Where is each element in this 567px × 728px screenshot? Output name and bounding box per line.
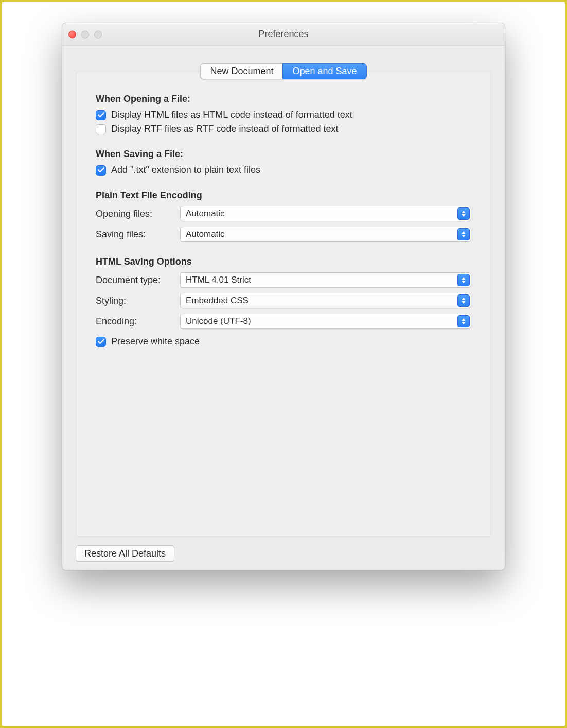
chevron-up-down-icon: [457, 228, 470, 240]
checkmark-icon: [98, 339, 104, 344]
select-styling[interactable]: Embedded CSS: [180, 293, 471, 308]
label-styling: Styling:: [96, 296, 173, 306]
select-html-encoding[interactable]: Unicode (UTF-8): [180, 314, 471, 329]
checkbox-preserve-whitespace[interactable]: [96, 337, 106, 347]
select-saving-encoding[interactable]: Automatic: [180, 227, 471, 242]
checkbox-label: Add ".txt" extension to plain text files: [111, 165, 260, 176]
chevron-up-down-icon: [457, 274, 470, 286]
section-plain-text-encoding: Plain Text File Encoding Opening files: …: [96, 190, 471, 242]
select-value: HTML 4.01 Strict: [186, 275, 251, 285]
checkbox-row-preserve-whitespace[interactable]: Preserve white space: [96, 336, 471, 347]
checkbox-row-add-txt-ext[interactable]: Add ".txt" extension to plain text files: [96, 165, 471, 176]
section-title: When Opening a File:: [96, 94, 471, 105]
section-when-saving: When Saving a File: Add ".txt" extension…: [96, 149, 471, 176]
label-saving-files: Saving files:: [96, 229, 173, 240]
checkbox-label: Display HTML files as HTML code instead …: [111, 110, 352, 120]
close-icon[interactable]: [68, 30, 76, 38]
tab-bar: New Document Open and Save: [76, 63, 491, 79]
window-controls: [68, 30, 102, 38]
footer: Restore All Defaults: [76, 537, 491, 562]
select-value: Automatic: [186, 229, 225, 239]
label-opening-files: Opening files:: [96, 209, 173, 219]
select-value: Automatic: [186, 209, 225, 219]
checkbox-html-as-code[interactable]: [96, 110, 106, 120]
chevron-up-down-icon: [457, 294, 470, 307]
label-encoding: Encoding:: [96, 316, 173, 327]
tab-open-and-save[interactable]: Open and Save: [282, 63, 366, 79]
section-html-saving-options: HTML Saving Options Document type: HTML …: [96, 256, 471, 347]
chevron-up-down-icon: [457, 315, 470, 327]
select-value: Unicode (UTF-8): [186, 316, 251, 326]
titlebar: Preferences: [62, 23, 505, 46]
select-document-type[interactable]: HTML 4.01 Strict: [180, 272, 471, 288]
preferences-window: Preferences New Document Open and Save W…: [62, 23, 505, 570]
checkmark-icon: [98, 112, 104, 118]
minimize-icon[interactable]: [81, 30, 89, 38]
section-title: When Saving a File:: [96, 149, 471, 160]
checkbox-label: Preserve white space: [111, 336, 200, 347]
section-title: Plain Text File Encoding: [96, 190, 471, 201]
checkbox-row-html-as-code[interactable]: Display HTML files as HTML code instead …: [96, 110, 471, 120]
zoom-icon[interactable]: [94, 30, 102, 38]
checkbox-rtf-as-code[interactable]: [96, 124, 106, 134]
section-when-opening: When Opening a File: Display HTML files …: [96, 94, 471, 134]
restore-defaults-button[interactable]: Restore All Defaults: [76, 545, 174, 562]
tab-new-document[interactable]: New Document: [200, 63, 282, 79]
select-opening-encoding[interactable]: Automatic: [180, 206, 471, 221]
checkbox-label: Display RTF files as RTF code instead of…: [111, 124, 339, 134]
section-title: HTML Saving Options: [96, 256, 471, 267]
settings-panel: When Opening a File: Display HTML files …: [76, 72, 491, 537]
checkbox-add-txt-ext[interactable]: [96, 165, 106, 176]
label-document-type: Document type:: [96, 275, 173, 286]
checkmark-icon: [98, 167, 104, 173]
select-value: Embedded CSS: [186, 296, 249, 306]
chevron-up-down-icon: [457, 207, 470, 220]
window-title: Preferences: [258, 29, 308, 40]
checkbox-row-rtf-as-code[interactable]: Display RTF files as RTF code instead of…: [96, 124, 471, 134]
